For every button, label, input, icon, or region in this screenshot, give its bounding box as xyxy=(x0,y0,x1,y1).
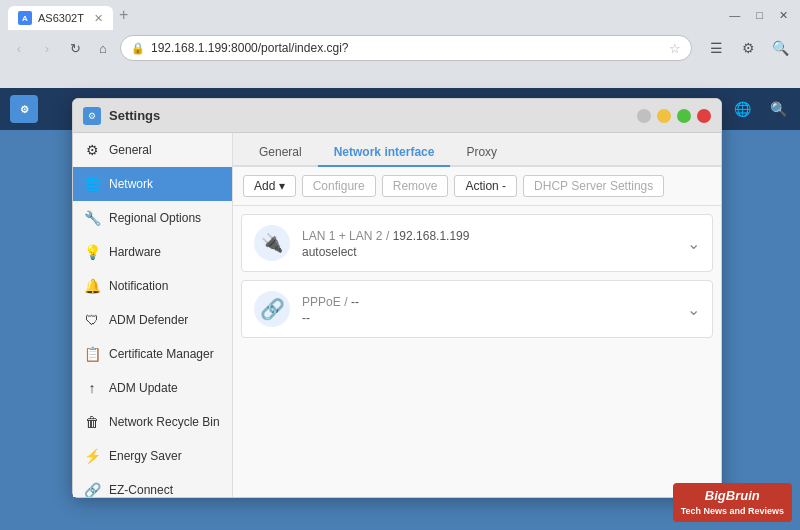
lan-name: LAN 1 + LAN 2 / 192.168.1.199 xyxy=(302,228,675,243)
defender-icon: 🛡 xyxy=(83,311,101,329)
sidebar-item-admdefender[interactable]: 🛡 ADM Defender xyxy=(73,303,232,337)
cert-icon: 📋 xyxy=(83,345,101,363)
url-text: 192.168.1.199:8000/portal/index.cgi? xyxy=(151,41,349,55)
sidebar-item-regional[interactable]: 🔧 Regional Options xyxy=(73,201,232,235)
general-icon: ⚙ xyxy=(83,141,101,159)
tabs-row: General Network interface Proxy xyxy=(233,133,721,167)
extensions-icon[interactable]: ☰ xyxy=(704,36,728,60)
configure-button[interactable]: Configure xyxy=(302,175,376,197)
sidebar-item-certmanager[interactable]: 📋 Certificate Manager xyxy=(73,337,232,371)
dialog-titlebar: ⚙ Settings xyxy=(73,99,721,133)
lan-expand-icon[interactable]: ⌄ xyxy=(687,234,700,253)
pppoe-info: PPPoE / -- -- xyxy=(302,294,675,325)
energy-icon: ⚡ xyxy=(83,447,101,465)
sidebar-item-admupdate[interactable]: ↑ ADM Update xyxy=(73,371,232,405)
pppoe-icon: 🔗 xyxy=(254,291,290,327)
dialog-maximize-btn[interactable] xyxy=(677,109,691,123)
search-icon[interactable]: 🔍 xyxy=(768,36,792,60)
sidebar-label-admupdate: ADM Update xyxy=(109,381,178,395)
sidebar-label-ezconnect: EZ-Connect xyxy=(109,483,173,497)
sidebar-item-general[interactable]: ⚙ General xyxy=(73,133,232,167)
lan-sub: autoselect xyxy=(302,245,675,259)
hardware-icon: 💡 xyxy=(83,243,101,261)
pppoe-name: PPPoE / -- xyxy=(302,294,675,309)
sidebar-label-network: Network xyxy=(109,177,153,191)
lock-icon: 🔒 xyxy=(131,42,145,55)
app-logo: ⚙ xyxy=(10,95,38,123)
home-btn[interactable]: ⌂ xyxy=(92,37,114,59)
sidebar-item-notification[interactable]: 🔔 Notification xyxy=(73,269,232,303)
window-controls: — □ ✕ xyxy=(725,9,792,22)
address-bar-row: ‹ › ↻ ⌂ 🔒 192.168.1.199:8000/portal/inde… xyxy=(0,30,800,66)
address-box[interactable]: 🔒 192.168.1.199:8000/portal/index.cgi? ☆ xyxy=(120,35,692,61)
ezconnect-icon: 🔗 xyxy=(83,481,101,497)
tab-close-btn[interactable]: ✕ xyxy=(94,12,103,25)
sidebar-item-network[interactable]: 🌐 Network xyxy=(73,167,232,201)
dialog-body: ⚙ General 🌐 Network 🔧 Regional Options 💡… xyxy=(73,133,721,497)
title-bar: A AS6302T ✕ + — □ ✕ xyxy=(0,0,800,30)
sidebar-item-hardware[interactable]: 💡 Hardware xyxy=(73,235,232,269)
sidebar-label-notification: Notification xyxy=(109,279,168,293)
watermark-line2: Tech News and Reviews xyxy=(681,505,784,518)
sidebar-item-ezconnect[interactable]: 🔗 EZ-Connect xyxy=(73,473,232,497)
lan-icon: 🔌 xyxy=(254,225,290,261)
new-tab-btn[interactable]: + xyxy=(119,6,128,24)
dhcp-button[interactable]: DHCP Server Settings xyxy=(523,175,664,197)
forward-btn[interactable]: › xyxy=(36,37,58,59)
pppoe-sub: -- xyxy=(302,311,675,325)
tab-network-interface[interactable]: Network interface xyxy=(318,139,451,167)
settings-sidebar: ⚙ General 🌐 Network 🔧 Regional Options 💡… xyxy=(73,133,233,497)
dialog-close-btn[interactable] xyxy=(697,109,711,123)
interface-list: 🔌 LAN 1 + LAN 2 / 192.168.1.199 autosele… xyxy=(233,206,721,497)
watermark: BigBruin Tech News and Reviews xyxy=(673,483,792,522)
pppoe-expand-icon[interactable]: ⌄ xyxy=(687,300,700,319)
browser-tab[interactable]: A AS6302T ✕ xyxy=(8,6,113,30)
content-toolbar: Add ▾ Configure Remove Action - DHCP Ser… xyxy=(233,167,721,206)
search-app-icon[interactable]: 🔍 xyxy=(766,97,790,121)
add-button[interactable]: Add ▾ xyxy=(243,175,296,197)
globe-icon[interactable]: 🌐 xyxy=(730,97,754,121)
dialog-window-controls xyxy=(637,109,711,123)
tab-title: AS6302T xyxy=(38,12,84,24)
sidebar-label-admdefender: ADM Defender xyxy=(109,313,188,327)
interface-item-lan: 🔌 LAN 1 + LAN 2 / 192.168.1.199 autosele… xyxy=(241,214,713,272)
dialog-title-icon: ⚙ xyxy=(83,107,101,125)
dialog-title: Settings xyxy=(109,108,160,123)
dialog-minimize2-btn[interactable] xyxy=(657,109,671,123)
update-icon: ↑ xyxy=(83,379,101,397)
tab-general[interactable]: General xyxy=(243,139,318,167)
settings-dialog: ⚙ Settings ⚙ General 🌐 Network 🔧 Regiona… xyxy=(72,98,722,498)
action-button[interactable]: Action - xyxy=(454,175,517,197)
close-btn[interactable]: ✕ xyxy=(775,9,792,22)
network-icon: 🌐 xyxy=(83,175,101,193)
back-btn[interactable]: ‹ xyxy=(8,37,30,59)
tab-favicon: A xyxy=(18,11,32,25)
watermark-line1: BigBruin xyxy=(681,487,784,505)
sidebar-label-recyclebin: Network Recycle Bin xyxy=(109,415,220,429)
sidebar-label-regional: Regional Options xyxy=(109,211,201,225)
sidebar-label-general: General xyxy=(109,143,152,157)
bookmark-icon[interactable]: ☆ xyxy=(669,41,681,56)
sidebar-label-certmanager: Certificate Manager xyxy=(109,347,214,361)
notification-side-icon: 🔔 xyxy=(83,277,101,295)
sidebar-label-energysaver: Energy Saver xyxy=(109,449,182,463)
remove-button[interactable]: Remove xyxy=(382,175,449,197)
refresh-btn[interactable]: ↻ xyxy=(64,37,86,59)
sidebar-item-recyclebin[interactable]: 🗑 Network Recycle Bin xyxy=(73,405,232,439)
settings-icon[interactable]: ⚙ xyxy=(736,36,760,60)
lan-info: LAN 1 + LAN 2 / 192.168.1.199 autoselect xyxy=(302,228,675,259)
regional-icon: 🔧 xyxy=(83,209,101,227)
sidebar-item-energysaver[interactable]: ⚡ Energy Saver xyxy=(73,439,232,473)
main-content: General Network interface Proxy Add ▾ Co… xyxy=(233,133,721,497)
tab-proxy[interactable]: Proxy xyxy=(450,139,513,167)
minimize-btn[interactable]: — xyxy=(725,9,744,22)
browser-toolbar-icons: ☰ ⚙ 🔍 xyxy=(704,36,792,60)
dialog-minimize-btn[interactable] xyxy=(637,109,651,123)
sidebar-label-hardware: Hardware xyxy=(109,245,161,259)
interface-item-pppoe: 🔗 PPPoE / -- -- ⌄ xyxy=(241,280,713,338)
maximize-btn[interactable]: □ xyxy=(752,9,767,22)
recyclebin-icon: 🗑 xyxy=(83,413,101,431)
